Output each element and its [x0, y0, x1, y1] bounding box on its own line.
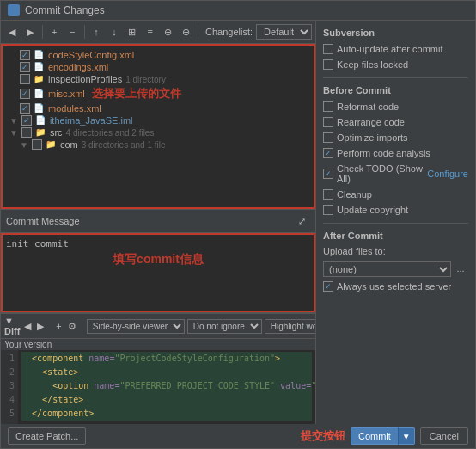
- filename-modules: modules.xml: [48, 103, 101, 114]
- group-btn[interactable]: ≡: [142, 23, 158, 40]
- tree-item-itheima[interactable]: ▼ ✓ 📄 itheima_JavaSE.iml: [3, 114, 314, 126]
- cleanup-label: Cleanup: [337, 189, 372, 200]
- bottom-row: Create Patch... 提交按钮 Commit ▼ Cancel: [8, 427, 468, 445]
- sep2: [84, 25, 85, 39]
- diff-add-btn[interactable]: +: [54, 317, 63, 335]
- auto-update-row: Auto-update after commit: [323, 44, 468, 54]
- commit-button[interactable]: Commit: [351, 427, 398, 445]
- left-panel: ◀ ▶ + − ↑ ↓ ⊞ ≡ ⊕ ⊖ Changelist: Default: [1, 21, 316, 424]
- expand-commit-btn[interactable]: ⤢: [293, 212, 310, 230]
- always-use-cb[interactable]: ✓: [323, 281, 333, 292]
- move-btn[interactable]: ↑: [88, 23, 105, 40]
- diff-line-5: </component>: [21, 407, 312, 421]
- diff-fwd-btn[interactable]: ▶: [35, 317, 46, 335]
- diff-ignore-select[interactable]: Do not ignore: [187, 319, 262, 334]
- checkbox-inspection[interactable]: [20, 74, 30, 84]
- filename-encodings: encodings.xml: [48, 62, 108, 72]
- optimize-cb[interactable]: [323, 132, 333, 143]
- tree-item-com[interactable]: ▼ 📁 com 3 directories and 1 file: [3, 138, 314, 151]
- diff-settings-btn[interactable]: ⚙: [66, 317, 78, 335]
- diff-content-5: </component>: [21, 407, 94, 421]
- diff-content-1: <component name="ProjectCodeStyleConfigu…: [21, 352, 280, 366]
- perform-cb[interactable]: ✓: [323, 148, 333, 158]
- checkbox-modules[interactable]: ✓: [20, 103, 30, 114]
- src-suffix: 4 directories and 2 files: [66, 128, 155, 138]
- diff-toolbar: ▼ Diff ◀ ▶ + ⚙ Side-by-side viewer Do no…: [1, 314, 315, 339]
- check-todo-cb[interactable]: ✓: [323, 169, 333, 179]
- optimize-row: Optimize imports: [323, 132, 468, 143]
- update-copyright-cb[interactable]: [323, 205, 333, 215]
- xml-icon3: 📄: [34, 89, 46, 99]
- diff-back-btn[interactable]: ◀: [22, 317, 33, 335]
- minus-btn[interactable]: −: [64, 23, 81, 40]
- reformat-cb[interactable]: [323, 101, 333, 112]
- filename-com: com: [60, 139, 78, 150]
- top-toolbar: ◀ ▶ + − ↑ ↓ ⊞ ≡ ⊕ ⊖ Changelist: Default: [1, 21, 315, 44]
- auto-update-cb[interactable]: [323, 44, 333, 54]
- keep-files-cb[interactable]: [323, 59, 333, 70]
- check-todo-row: ✓ Check TODO (Show All) Configure: [323, 163, 468, 184]
- checkbox-codestyle[interactable]: ✓: [20, 50, 30, 60]
- rearrange-row: Rearrange code: [323, 117, 468, 127]
- diff-line-2: <state>: [21, 366, 312, 379]
- title-bar: Commit Changes: [1, 1, 475, 21]
- tree-item-encodings[interactable]: ✓ 📄 encodings.xml: [3, 61, 314, 73]
- divider2: [323, 223, 468, 224]
- checkbox-encodings[interactable]: ✓: [20, 62, 30, 72]
- tree-item-inspection[interactable]: 📁 inspectionProfiles 1 directory: [3, 73, 314, 85]
- line-num-2: 2: [4, 366, 15, 379]
- upload-row: (none) ...: [323, 260, 468, 277]
- diff-viewer-select[interactable]: Side-by-side viewer: [87, 319, 185, 334]
- checkbox-itheima[interactable]: ✓: [21, 115, 32, 126]
- commit-dialog: Commit Changes ◀ ▶ + − ↑ ↓ ⊞ ≡ ⊕ ⊖ Chang…: [0, 0, 476, 449]
- collapse-btn[interactable]: ⊖: [178, 23, 194, 40]
- before-commit-title: Before Commit: [323, 85, 468, 95]
- reformat-label: Reformat code: [337, 101, 399, 112]
- upload-select[interactable]: (none): [323, 261, 451, 277]
- checkbox-src[interactable]: [21, 127, 32, 138]
- diff-line-numbers: 1 2 3 4 5: [1, 350, 18, 424]
- tree-item-codestyle[interactable]: ✓ 📄 codeStyleConfig.xml: [3, 49, 314, 61]
- inspection-suffix: 1 directory: [125, 75, 166, 84]
- diff-line-4: </state>: [21, 393, 312, 407]
- upload-more-btn[interactable]: ...: [453, 260, 468, 277]
- upload-label: Upload files to:: [323, 246, 468, 256]
- rearrange-cb[interactable]: [323, 117, 333, 127]
- commit-textarea[interactable]: init commit: [3, 235, 314, 308]
- checkbox-com[interactable]: [32, 139, 42, 150]
- configure-link[interactable]: Configure: [427, 169, 468, 179]
- changelist-select[interactable]: Default: [256, 24, 312, 40]
- filename-inspection: inspectionProfiles: [48, 74, 122, 84]
- keep-files-row: Keep files locked: [323, 59, 468, 70]
- back-btn[interactable]: ◀: [4, 23, 21, 40]
- forward-btn[interactable]: ▶: [22, 23, 39, 40]
- diff-label: ▼ Diff: [4, 316, 20, 336]
- bottom-annotation: 提交按钮: [301, 428, 345, 444]
- optimize-label: Optimize imports: [337, 132, 408, 143]
- tree-item-src[interactable]: ▼ 📁 src 4 directories and 2 files: [3, 126, 314, 138]
- xml-icon4: 📄: [34, 103, 46, 114]
- line-num-1: 1: [4, 352, 15, 366]
- create-patch-button[interactable]: Create Patch...: [8, 427, 86, 445]
- diff-content-4: </state>: [21, 393, 83, 407]
- diff-highlight-select[interactable]: Highlight words: [265, 319, 316, 334]
- expand-btn[interactable]: ⊕: [160, 23, 176, 40]
- divider1: [323, 77, 468, 78]
- always-use-row: ✓ Always use selected server: [323, 281, 468, 292]
- diff-code-area: <component name="ProjectCodeStyleConfigu…: [18, 350, 315, 424]
- tree-item-misc[interactable]: ✓ 📄 misc.xml 选择要上传的文件: [3, 85, 314, 102]
- filename-itheima: itheima_JavaSE.iml: [50, 115, 133, 126]
- cleanup-cb[interactable]: [323, 189, 333, 200]
- perform-label: Perform code analysis: [337, 148, 430, 158]
- filter-btn[interactable]: ⊞: [124, 23, 140, 40]
- cancel-button[interactable]: Cancel: [420, 427, 468, 445]
- filename-src: src: [50, 127, 63, 138]
- add-btn[interactable]: +: [46, 23, 63, 40]
- update-copyright-label: Update copyright: [337, 205, 408, 215]
- diff-line-3: <option name="PREFERRED_PROJECT_CODE_STY…: [21, 379, 312, 393]
- tree-item-modules[interactable]: ✓ 📄 modules.xml: [3, 102, 314, 114]
- commit-dropdown-button[interactable]: ▼: [398, 427, 415, 445]
- sort-btn[interactable]: ↓: [106, 23, 122, 40]
- checkbox-misc[interactable]: ✓: [20, 89, 30, 99]
- check-todo-label: Check TODO (Show All): [337, 163, 424, 184]
